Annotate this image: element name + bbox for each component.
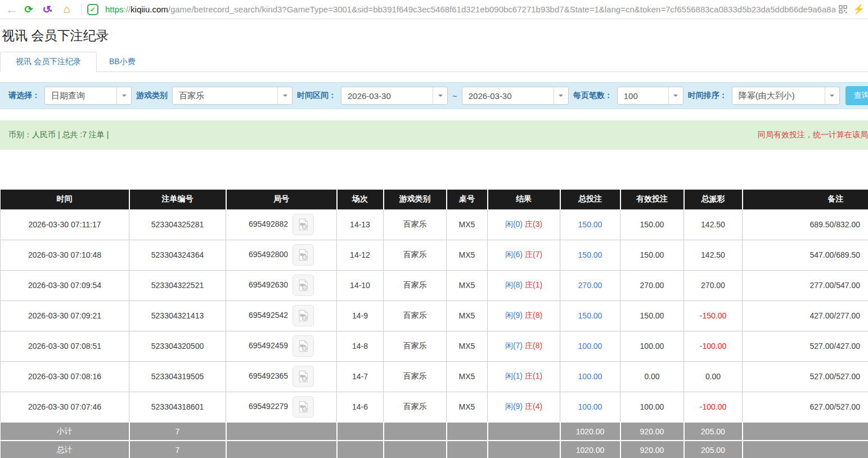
cell-total-bet: 100.00 xyxy=(560,392,620,422)
video-replay-button[interactable] xyxy=(293,244,314,266)
col-header-bet-no: 注单编号 xyxy=(129,190,226,209)
total-label: 总计 xyxy=(1,441,129,458)
table-header-row: 时间 注单编号 局号 场次 游戏类别 桌号 结果 总投注 有效投注 总派彩 备注 xyxy=(1,190,868,209)
film-document-icon xyxy=(297,370,309,383)
video-replay-button[interactable] xyxy=(293,305,314,326)
cell-table-no: MX5 xyxy=(447,209,488,240)
cell-game: 百家乐 xyxy=(384,270,447,300)
qr-code-icon[interactable] xyxy=(839,5,847,14)
game-category-label: 游戏类别 xyxy=(136,91,168,101)
cell-payout: -100.00 xyxy=(684,331,743,361)
page-size-label: 每页笔数： xyxy=(573,91,613,101)
chevron-down-icon[interactable] xyxy=(277,87,292,104)
home-button[interactable]: ⌂ xyxy=(59,2,75,17)
cell-total-bet: 100.00 xyxy=(560,331,620,361)
cell-note: 277.00/547.00 xyxy=(743,270,868,300)
tab-bb-tip[interactable]: BB小费 xyxy=(97,52,148,71)
col-header-payout: 总派彩 xyxy=(684,190,743,209)
tab-betrecord[interactable]: 视讯 会员下注纪录 xyxy=(0,52,97,72)
round-no: 695492279 xyxy=(249,401,288,410)
cell-payout: -150.00 xyxy=(684,300,743,331)
address-bar[interactable]: https://kiqiiu.com/game/betrecord_search… xyxy=(105,5,835,14)
result-player: 闲(9) xyxy=(505,402,523,411)
cell-round-no: 695492800 xyxy=(226,240,337,270)
video-replay-button[interactable] xyxy=(293,396,314,417)
url-separator: :// xyxy=(124,5,131,14)
url-scheme: https xyxy=(105,5,124,14)
total-bet-link[interactable]: 150.00 xyxy=(578,311,602,320)
reload-button[interactable]: ⟳ xyxy=(20,2,37,17)
result-player: 闲(6) xyxy=(505,250,523,259)
cell-bet-no: 523304318601 xyxy=(129,392,226,422)
total-total-bet: 1020.00 xyxy=(560,441,620,458)
cell-valid-bet: 100.00 xyxy=(620,331,684,361)
table-row: 2026-03-30 07:11:17 523304325281 6954928… xyxy=(1,209,868,240)
chevron-down-icon[interactable] xyxy=(116,87,131,104)
cell-note: 627.00/527.00 xyxy=(743,392,868,422)
round-no: 695492800 xyxy=(249,250,288,259)
chevron-down-icon[interactable] xyxy=(554,87,568,104)
total-bet-link[interactable]: 100.00 xyxy=(578,372,602,381)
cell-result: 闲(9)庄(8) xyxy=(488,300,560,331)
table-row: 2026-03-30 07:09:54 523304322521 6954926… xyxy=(1,270,868,300)
chevron-down-icon[interactable] xyxy=(825,87,839,104)
total-bet-link[interactable]: 270.00 xyxy=(578,281,602,290)
table-body: 2026-03-30 07:11:17 523304325281 6954928… xyxy=(1,209,868,422)
subtotal-label: 小计 xyxy=(1,422,129,441)
tab-bar: 视讯 会员下注纪录 BB小费 xyxy=(0,52,868,72)
cell-note: 527.00/427.00 xyxy=(743,331,868,361)
cell-total-bet: 100.00 xyxy=(560,361,620,392)
subtotal-count: 7 xyxy=(129,422,226,441)
toolbar-right: ⚡ xyxy=(839,3,865,15)
cell-session: 14-8 xyxy=(337,331,384,361)
col-header-valid-bet: 有效投注 xyxy=(620,190,684,209)
cell-bet-no: 523304325281 xyxy=(129,209,226,240)
tilde-separator: ~ xyxy=(452,91,457,101)
date-to-dropdown[interactable]: 2026-03-30 xyxy=(462,87,569,105)
result-banker: 庄(1) xyxy=(525,371,542,380)
video-replay-button[interactable] xyxy=(293,335,314,357)
summary-bar: 币别：人民币 | 总共 :7 注单 | 同局有效投注，统一计算在该局 xyxy=(0,120,868,150)
date-from-dropdown[interactable]: 2026-03-30 xyxy=(341,87,448,105)
video-replay-button[interactable] xyxy=(293,214,314,235)
search-button[interactable]: 查询 xyxy=(845,86,868,105)
round-no: 695492630 xyxy=(249,280,288,289)
cell-result: 闲(9)庄(4) xyxy=(488,392,560,422)
total-bet-link[interactable]: 100.00 xyxy=(578,342,602,351)
cell-table-no: MX5 xyxy=(447,392,488,422)
cell-game: 百家乐 xyxy=(384,300,447,331)
table-row: 2026-03-30 07:08:51 523304320500 6954924… xyxy=(1,331,868,361)
lightning-icon[interactable]: ⚡ xyxy=(853,3,865,15)
page-size-dropdown[interactable]: 100 xyxy=(617,87,683,105)
video-replay-button[interactable] xyxy=(293,275,314,296)
time-sort-dropdown[interactable]: 降幂(由大到小) xyxy=(732,87,840,105)
reload-icon: ⟳ xyxy=(24,3,33,16)
select-type-dropdown[interactable]: 日期查询 xyxy=(44,87,132,105)
result-player: 闲(8) xyxy=(505,280,523,289)
filter-bar: 请选择： 日期查询 游戏类别 百家乐 时间区间： 2026-03-30 ~ 20… xyxy=(0,82,868,109)
cell-round-no: 695492365 xyxy=(226,361,337,392)
cell-time: 2026-03-30 07:11:17 xyxy=(1,209,129,240)
cell-round-no: 695492459 xyxy=(226,331,337,361)
cell-payout: 0.00 xyxy=(684,361,743,392)
cell-session: 14-12 xyxy=(337,240,384,270)
time-range-label: 时间区间： xyxy=(297,91,336,101)
cell-session: 14-13 xyxy=(337,209,384,240)
round-no: 695492459 xyxy=(249,341,288,350)
chevron-down-icon[interactable] xyxy=(668,87,683,104)
game-category-dropdown[interactable]: 百家乐 xyxy=(172,87,293,105)
back-button[interactable]: ← xyxy=(3,2,20,17)
chevron-down-icon[interactable] xyxy=(433,87,447,104)
security-badge[interactable]: ✓ xyxy=(87,4,98,15)
total-bet-link[interactable]: 100.00 xyxy=(578,402,602,411)
cell-time: 2026-03-30 07:09:21 xyxy=(1,300,129,331)
cell-table-no: MX5 xyxy=(447,361,488,392)
col-header-time: 时间 xyxy=(1,190,129,209)
result-player: 闲(0) xyxy=(505,219,523,228)
undo-button[interactable]: ↺ ▼ xyxy=(37,2,59,17)
total-bet-link[interactable]: 150.00 xyxy=(578,220,602,229)
total-bet-link[interactable]: 150.00 xyxy=(578,250,602,259)
total-valid-bet: 920.00 xyxy=(620,441,684,458)
col-header-round-no: 局号 xyxy=(226,190,337,209)
video-replay-button[interactable] xyxy=(293,366,314,387)
